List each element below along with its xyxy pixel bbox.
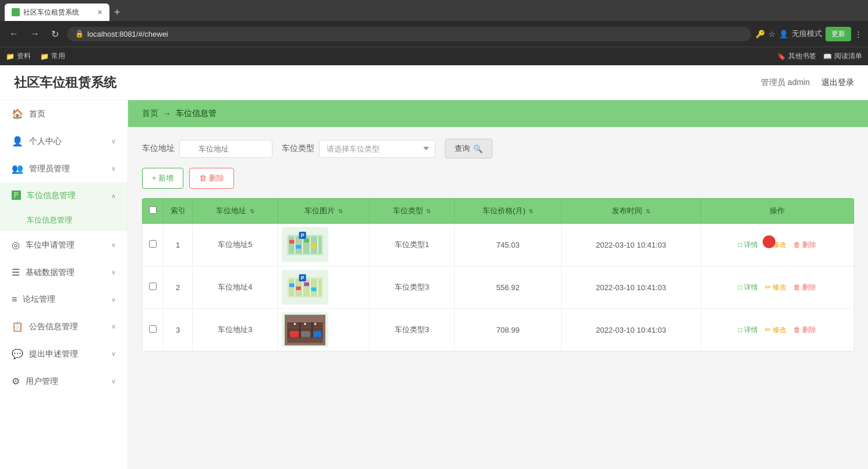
arrow-icon-feedback: ∨ (111, 350, 116, 358)
sidebar-sub-item-parking-info[interactable]: 车位信息管理 (0, 209, 127, 231)
tab-close-btn[interactable]: ✕ (97, 9, 102, 16)
svg-rect-33 (311, 322, 313, 337)
sort-icon-address[interactable]: ⇅ (250, 208, 254, 214)
sidebar-item-parking-info[interactable]: 🅿 车位信息管理 ∧ (0, 182, 127, 209)
row2-price: 556.92 (455, 266, 561, 309)
logout-button[interactable]: 退出登录 (821, 77, 854, 88)
table-row: 1 车位地址5 (143, 224, 854, 266)
action-bar: + 新增 🗑 删除 (142, 168, 854, 189)
row2-detail-label: 详情 (744, 283, 758, 292)
row2-image-cell: P (278, 266, 369, 309)
sidebar-item-feedback[interactable]: 💬 提出申述管理 ∨ (0, 340, 127, 368)
lock-icon: 🔒 (75, 30, 84, 38)
row3-checkbox[interactable] (149, 325, 157, 333)
sidebar-item-user-mgmt[interactable]: ⚙ 用户管理 ∨ (0, 368, 127, 395)
refresh-btn[interactable]: ↻ (48, 26, 62, 42)
tab-title: 社区车位租赁系统 (23, 8, 79, 17)
breadcrumb-home[interactable]: 首页 (142, 108, 158, 119)
row2-checkbox[interactable] (149, 283, 157, 290)
address-bar[interactable]: 🔒 localhost:8081/#/chewei (67, 27, 751, 41)
sidebar-item-notice[interactable]: 📋 公告信息管理 ∨ (0, 313, 127, 340)
parking-svg-3 (285, 314, 325, 346)
app-body: 🏠 首页 👤 个人中心 ∨ 👥 管理员管理 ∨ 🅿 车位信息管理 ∧ 车位信息管… (0, 100, 868, 469)
row2-edit-btn[interactable]: ✏ 修改 (765, 283, 786, 292)
svg-rect-8 (289, 239, 294, 243)
sidebar-item-admin-mgmt[interactable]: 👥 管理员管理 ∨ (0, 155, 127, 182)
row3-edit-label: 修改 (773, 325, 786, 335)
delete-icon-2: 🗑 (793, 283, 800, 291)
sidebar-label-apply: 车位申请管理 (26, 240, 105, 251)
search-bar: 车位地址 🔍 车位类型 请选择车位类型 车位类型1 车位类型3 (142, 139, 854, 158)
svg-rect-21 (296, 286, 301, 290)
url-text: localhost:8081/#/chewei (87, 30, 168, 38)
address-label: 车位地址 (142, 143, 175, 154)
forward-btn[interactable]: → (27, 26, 43, 41)
browser-tab-active[interactable]: 社区车位租赁系统 ✕ (5, 3, 109, 21)
svg-rect-32 (299, 322, 301, 337)
row2-edit-label: 修改 (773, 283, 786, 292)
sort-icon-type[interactable]: ⇅ (426, 208, 431, 214)
detail-icon-3: □ (738, 326, 742, 334)
address-input[interactable] (179, 140, 272, 158)
svg-rect-28 (287, 337, 323, 343)
row3-price: 708.99 (455, 309, 561, 351)
row2-actions: □ 详情 ✏ 修改 🗑 删除 (701, 266, 854, 309)
home-icon: 🏠 (12, 108, 23, 119)
query-button[interactable]: 查询 🔍 (445, 139, 493, 158)
sidebar: 🏠 首页 👤 个人中心 ∨ 👥 管理员管理 ∨ 🅿 车位信息管理 ∧ 车位信息管… (0, 100, 128, 469)
row2-address: 车位地址4 (193, 266, 278, 309)
sidebar-item-forum[interactable]: ≡ 论坛管理 ∨ (0, 286, 127, 313)
sort-icon-image[interactable]: ⇅ (338, 208, 343, 214)
sidebar-item-home[interactable]: 🏠 首页 (0, 100, 127, 128)
browser-chrome: 社区车位租赁系统 ✕ + ← → ↻ 🔒 localhost:8081/#/ch… (0, 0, 868, 65)
add-button[interactable]: + 新增 (142, 168, 183, 189)
row2-delete-btn[interactable]: 🗑 删除 (793, 283, 816, 292)
select-all-checkbox[interactable] (149, 206, 157, 214)
bookmarks-right: 🔖 其他书签 📖 阅读清单 (777, 51, 862, 61)
row3-delete-btn[interactable]: 🗑 删除 (793, 325, 816, 335)
delete-icon-3: 🗑 (793, 326, 800, 334)
sidebar-item-parking-apply[interactable]: ◎ 车位申请管理 ∨ (0, 231, 127, 259)
bookmark-item-resources[interactable]: 📁 资料 (6, 51, 31, 61)
sidebar-label-parking: 车位信息管理 (27, 191, 105, 201)
bookmark-item-common[interactable]: 📁 常用 (40, 51, 65, 61)
sidebar-sub-label-parking-info: 车位信息管理 (27, 216, 72, 224)
arrow-icon-forum: ∨ (111, 296, 116, 304)
breadcrumb-sep: → (163, 109, 171, 118)
bookmark-reading[interactable]: 📖 阅读清单 (823, 51, 862, 61)
row3-detail-btn[interactable]: □ 详情 (738, 325, 758, 335)
row3-address: 车位地址3 (193, 309, 278, 351)
row3-edit-btn[interactable]: ✏ 修改 (765, 325, 786, 335)
sidebar-item-personal[interactable]: 👤 个人中心 ∨ (0, 128, 127, 155)
sidebar-label-feedback: 提出申述管理 (29, 349, 105, 359)
new-tab-btn[interactable]: + (109, 6, 125, 19)
edit-icon-2: ✏ (765, 283, 771, 291)
row2-detail-btn[interactable]: □ 详情 (738, 283, 758, 292)
svg-rect-22 (304, 282, 309, 285)
row1-checkbox[interactable] (149, 240, 157, 248)
sidebar-label-personal: 个人中心 (29, 136, 105, 147)
row1-detail-btn[interactable]: □ 详情 (738, 240, 758, 250)
table-head: 索引 车位地址 ⇅ 车位图片 ⇅ 车位类型 (143, 199, 854, 224)
arrow-icon-apply: ∨ (111, 241, 116, 249)
arrow-icon-personal: ∨ (111, 137, 116, 145)
row1-delete-btn[interactable]: 🗑 删除 (793, 240, 816, 250)
sidebar-item-basic-data[interactable]: ☰ 基础数据管理 ∨ (0, 259, 127, 286)
sort-icon-price[interactable]: ⇅ (529, 208, 533, 214)
type-select[interactable]: 请选择车位类型 车位类型1 车位类型3 (319, 140, 435, 158)
query-btn-label: 查询 (455, 143, 470, 154)
sort-icon-time[interactable]: ⇅ (646, 208, 650, 214)
update-button[interactable]: 更新 (826, 27, 851, 41)
back-btn[interactable]: ← (6, 26, 22, 41)
bookmark-other[interactable]: 🔖 其他书签 (777, 51, 816, 61)
th-image: 车位图片 ⇅ (278, 199, 369, 224)
row3-delete-label: 删除 (802, 325, 816, 335)
parking-svg-2: P (285, 271, 325, 304)
parking-svg-1: P (285, 229, 325, 261)
menu-icon[interactable]: ⋮ (855, 30, 862, 38)
batch-delete-button[interactable]: 🗑 删除 (189, 168, 234, 189)
row3-parking-image (282, 312, 328, 347)
row1-checkbox-cell (143, 224, 164, 266)
row2-index: 2 (164, 266, 193, 309)
th-address: 车位地址 ⇅ (193, 199, 278, 224)
